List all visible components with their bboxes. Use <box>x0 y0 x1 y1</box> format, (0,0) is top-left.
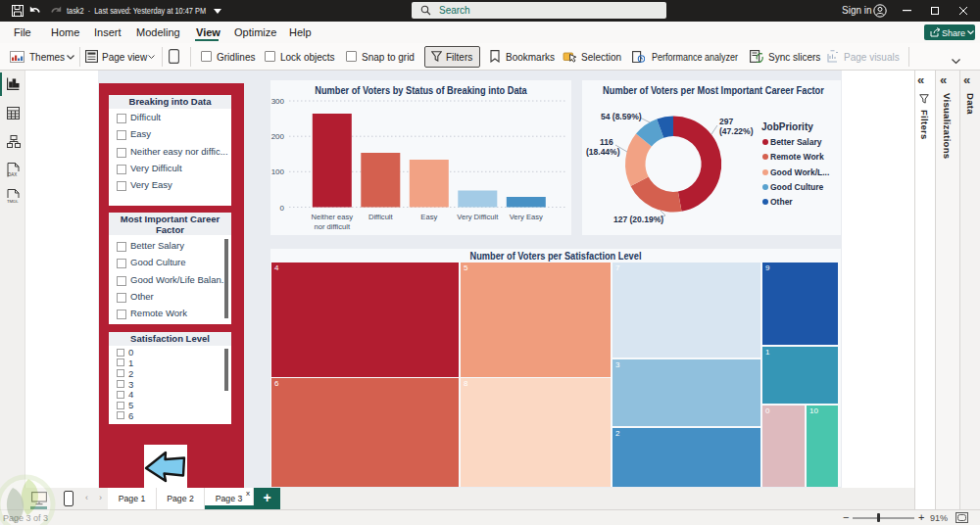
svg-text:JobPriority: JobPriority <box>761 121 813 132</box>
svg-text:Difficult: Difficult <box>368 213 394 221</box>
svg-text:300: 300 <box>271 98 285 106</box>
svg-text:(47.22%): (47.22%) <box>719 126 754 136</box>
svg-text:200: 200 <box>271 132 285 141</box>
svg-text:Good Culture: Good Culture <box>770 182 824 192</box>
svg-text:Very Easy: Very Easy <box>510 213 543 221</box>
svg-text:Better Salary: Better Salary <box>770 137 822 147</box>
svg-text:DAX: DAX <box>8 172 17 177</box>
svg-text:297: 297 <box>719 117 733 126</box>
svg-text:(18.44%): (18.44%) <box>586 147 620 157</box>
svg-text:127 (20.19%): 127 (20.19%) <box>613 215 663 224</box>
svg-text:0: 0 <box>280 204 285 213</box>
svg-text:54 (8.59%): 54 (8.59%) <box>601 112 642 121</box>
svg-text:Neither easy: Neither easy <box>311 213 353 221</box>
svg-text:Other: Other <box>770 197 793 207</box>
svg-text:116: 116 <box>600 137 613 147</box>
svg-text:nor difficult: nor difficult <box>315 222 351 231</box>
svg-text:TMDL: TMDL <box>7 199 19 204</box>
svg-text:Easy: Easy <box>420 213 437 221</box>
svg-text:Good Work/L...: Good Work/L... <box>770 167 829 177</box>
svg-text:Very Difficult: Very Difficult <box>457 213 499 221</box>
svg-text:Remote Work: Remote Work <box>770 152 824 162</box>
svg-text:100: 100 <box>271 167 285 176</box>
